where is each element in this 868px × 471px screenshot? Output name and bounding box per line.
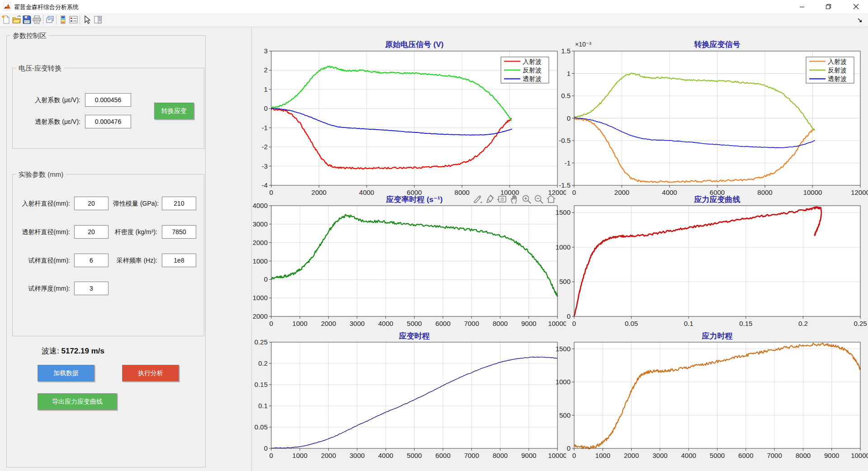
svg-text:5000: 5000: [407, 452, 422, 459]
chart-strain-rate-history[interactable]: 0100020003000400050006000700080009000100…: [252, 194, 566, 331]
svg-text:透射波: 透射波: [828, 75, 847, 82]
colorbar-icon[interactable]: [58, 15, 68, 24]
svg-text:入射波: 入射波: [523, 58, 542, 65]
svg-text:0.2: 0.2: [258, 359, 268, 367]
zoom-in-icon[interactable]: [521, 194, 532, 205]
figure-toolbar: [0, 13, 868, 27]
svg-text:1: 1: [567, 70, 571, 77]
svg-text:6000: 6000: [435, 452, 450, 459]
svg-text:1000: 1000: [556, 243, 571, 251]
svg-text:0: 0: [572, 188, 576, 196]
svg-text:8000: 8000: [493, 452, 508, 459]
svg-text:1000: 1000: [292, 452, 307, 459]
panel-title: 参数控制区: [10, 32, 49, 40]
chart-title: 应变率时程 (s⁻¹): [386, 195, 443, 204]
svg-text:0.05: 0.05: [255, 423, 268, 431]
incident-bar-dia-field[interactable]: [74, 197, 108, 210]
svg-text:0.1: 0.1: [684, 320, 693, 327]
zoom-out-icon[interactable]: [533, 194, 544, 205]
chart-strain-history[interactable]: 0100020003000400050006000700080009000100…: [252, 331, 566, 467]
svg-text:1: 1: [264, 85, 268, 93]
chart-stress-strain-curve[interactable]: 00.050.10.150.20.25050010001500应力应变曲线: [554, 194, 868, 331]
transmit-bar-dia-field[interactable]: [74, 225, 108, 239]
chart-title: 原始电压信号 (V): [385, 40, 443, 49]
specimen-dia-field[interactable]: [74, 254, 108, 267]
chart-title: 应力应变曲线: [694, 195, 741, 204]
toolbar-overflow-icon[interactable]: [857, 17, 867, 26]
svg-text:2000: 2000: [321, 320, 336, 327]
link-plot-icon[interactable]: [45, 15, 55, 24]
insert-legend-icon[interactable]: [69, 15, 78, 24]
bar-density-field[interactable]: [162, 225, 196, 239]
svg-text:2000: 2000: [253, 239, 268, 246]
svg-text:10000: 10000: [548, 320, 566, 327]
minimize-icon[interactable]: [792, 0, 812, 13]
svg-text:3000: 3000: [253, 220, 268, 228]
toolbar-separator: [80, 15, 80, 24]
svg-text:-3: -3: [262, 162, 268, 170]
chart-strain-signals[interactable]: 020004000600080001000012000-1.5-1-0.500.…: [554, 38, 868, 201]
chart-stress-history[interactable]: 0100020003000400050006000700080009000100…: [554, 331, 868, 467]
new-file-icon[interactable]: [1, 15, 11, 24]
chart-legend[interactable]: 入射波反射波透射波: [501, 57, 549, 83]
svg-text:0: 0: [567, 114, 571, 122]
svg-text:6000: 6000: [738, 452, 753, 459]
svg-text:10000: 10000: [548, 452, 566, 459]
pan-icon[interactable]: [509, 194, 520, 205]
svg-text:0.2: 0.2: [798, 320, 808, 327]
chart-title: 应力时程: [702, 331, 733, 340]
svg-text:0: 0: [264, 104, 268, 112]
svg-text:0: 0: [572, 320, 576, 327]
svg-text:-0.5: -0.5: [559, 137, 571, 144]
print-icon[interactable]: [32, 15, 42, 24]
svg-text:2000: 2000: [311, 188, 326, 196]
svg-text:4000: 4000: [359, 188, 374, 196]
svg-text:×10⁻³: ×10⁻³: [575, 41, 591, 48]
svg-text:4000: 4000: [253, 202, 268, 209]
restore-icon[interactable]: [818, 0, 839, 13]
series-入射波: [574, 118, 815, 183]
svg-text:0: 0: [264, 275, 268, 283]
run-analysis-button[interactable]: 执行分析: [122, 365, 179, 382]
chart-title: 应变时程: [399, 331, 430, 340]
series-入射波: [271, 108, 512, 169]
svg-text:3: 3: [264, 47, 268, 55]
sampling-freq-field[interactable]: [162, 254, 196, 267]
svg-text:4000: 4000: [378, 320, 393, 327]
save-icon[interactable]: [22, 15, 32, 24]
chart-voltage-signals[interactable]: 020004000600080001000012000-4-3-2-10123原…: [252, 38, 566, 201]
series-透射波: [574, 118, 815, 148]
svg-text:7000: 7000: [767, 452, 782, 459]
chart-title: 转换应变信号: [694, 40, 741, 49]
restore-view-icon[interactable]: [546, 194, 557, 205]
datatips-icon[interactable]: [497, 194, 508, 205]
svg-text:0: 0: [572, 452, 576, 459]
specimen-dia-label: 试样直径(mm):: [18, 257, 70, 265]
elastic-modulus-field[interactable]: [162, 197, 196, 210]
svg-text:6000: 6000: [407, 188, 422, 196]
svg-text:12000: 12000: [851, 188, 868, 196]
incident-coeff-field[interactable]: [85, 93, 131, 107]
voltage-strain-group-title: 电压-应变转换: [16, 64, 64, 73]
load-data-button[interactable]: 加载数据: [38, 365, 94, 382]
specimen-thickness-field[interactable]: [74, 282, 108, 295]
svg-text:1000: 1000: [292, 320, 307, 327]
close-icon[interactable]: [844, 0, 868, 13]
property-inspector-icon[interactable]: [93, 15, 103, 24]
svg-text:1500: 1500: [556, 208, 571, 216]
convert-strain-button[interactable]: 转换应变: [154, 103, 194, 119]
svg-text:-1: -1: [262, 124, 268, 132]
svg-text:1500: 1500: [556, 345, 571, 353]
transmit-coeff-field[interactable]: [85, 115, 131, 128]
open-file-icon[interactable]: [12, 15, 21, 24]
specimen-thickness-label: 试样厚度(mm):: [18, 285, 70, 293]
chart-legend[interactable]: 入射波反射波透射波: [806, 57, 854, 83]
export-curve-button[interactable]: 导出应力应变曲线: [38, 393, 117, 410]
svg-text:0.5: 0.5: [561, 92, 571, 99]
svg-text:10000: 10000: [851, 452, 868, 459]
svg-text:2000: 2000: [321, 452, 336, 459]
edit-plot-icon[interactable]: [82, 15, 92, 24]
brush-icon[interactable]: [485, 194, 495, 205]
svg-text:8000: 8000: [796, 452, 811, 459]
export-icon[interactable]: [472, 194, 483, 205]
